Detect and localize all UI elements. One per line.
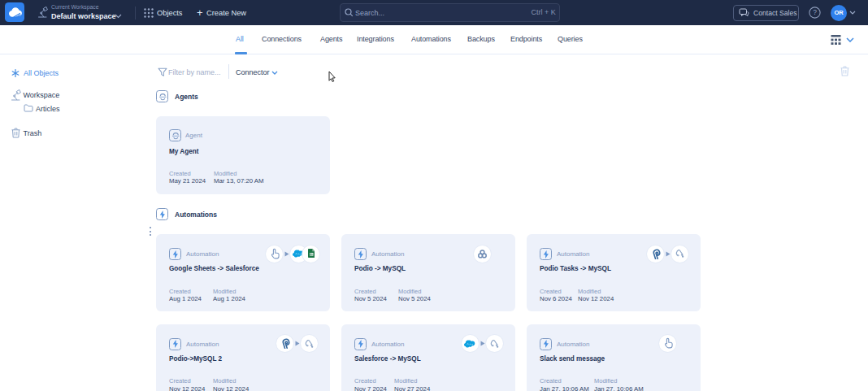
svg-text:?: ? — [813, 8, 817, 16]
